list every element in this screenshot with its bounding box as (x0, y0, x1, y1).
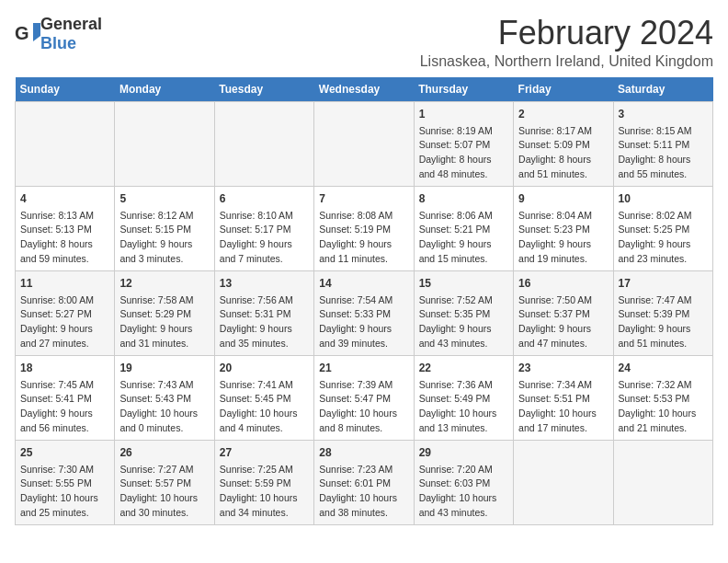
day-cell: 20Sunrise: 7:41 AMSunset: 5:45 PMDayligh… (214, 355, 313, 440)
col-header-friday: Friday (514, 77, 613, 102)
day-info: Sunset: 5:07 PM (419, 138, 508, 153)
col-header-tuesday: Tuesday (214, 77, 313, 102)
day-cell (16, 101, 115, 186)
day-cell: 17Sunrise: 7:47 AMSunset: 5:39 PMDayligh… (613, 270, 712, 355)
day-cell: 23Sunrise: 7:34 AMSunset: 5:51 PMDayligh… (514, 355, 613, 440)
day-info: Sunset: 5:49 PM (419, 392, 508, 407)
day-info: Daylight: 9 hours and 15 minutes. (419, 237, 508, 267)
day-number: 11 (20, 275, 109, 292)
day-number: 24 (619, 360, 708, 376)
day-info: Sunrise: 7:56 AM (220, 293, 309, 308)
day-cell (514, 440, 613, 524)
day-number: 3 (619, 106, 708, 122)
day-info: Sunrise: 8:06 AM (419, 209, 508, 224)
day-cell: 24Sunrise: 7:32 AMSunset: 5:53 PMDayligh… (613, 355, 712, 440)
day-info: Daylight: 9 hours and 27 minutes. (20, 322, 109, 351)
day-info: Sunset: 5:31 PM (220, 307, 309, 322)
day-number: 6 (220, 190, 309, 207)
day-info: Sunset: 5:21 PM (419, 223, 508, 237)
svg-marker-1 (33, 23, 40, 41)
day-cell: 13Sunrise: 7:56 AMSunset: 5:31 PMDayligh… (214, 270, 313, 355)
day-number: 28 (319, 444, 408, 461)
day-number: 15 (419, 275, 508, 292)
day-info: Daylight: 10 hours and 43 minutes. (419, 491, 508, 521)
day-info: Sunrise: 7:34 AM (518, 378, 608, 393)
day-info: Sunrise: 8:17 AM (518, 124, 608, 139)
day-number: 27 (220, 444, 309, 461)
day-number: 25 (20, 444, 109, 461)
day-number: 5 (119, 190, 209, 207)
day-cell: 16Sunrise: 7:50 AMSunset: 5:37 PMDayligh… (514, 270, 613, 355)
day-cell: 27Sunrise: 7:25 AMSunset: 5:59 PMDayligh… (214, 440, 313, 524)
day-cell: 14Sunrise: 7:54 AMSunset: 5:33 PMDayligh… (314, 270, 414, 355)
day-info: Sunrise: 7:23 AM (319, 463, 408, 477)
day-info: Sunrise: 8:12 AM (119, 209, 209, 224)
day-number: 14 (319, 275, 408, 292)
day-info: Sunrise: 8:10 AM (220, 209, 309, 224)
day-info: Daylight: 10 hours and 17 minutes. (518, 407, 608, 436)
day-info: Sunset: 5:23 PM (518, 223, 608, 237)
day-info: Sunset: 5:29 PM (119, 307, 209, 322)
location-title: Lisnaskea, Northern Ireland, United King… (420, 53, 713, 70)
day-info: Sunset: 5:43 PM (119, 392, 209, 407)
day-number: 13 (220, 275, 309, 292)
day-cell: 25Sunrise: 7:30 AMSunset: 5:55 PMDayligh… (16, 440, 115, 524)
day-cell: 7Sunrise: 8:08 AMSunset: 5:19 PMDaylight… (314, 186, 414, 270)
day-cell: 12Sunrise: 7:58 AMSunset: 5:29 PMDayligh… (115, 270, 214, 355)
day-number: 22 (419, 360, 508, 376)
day-info: Sunrise: 7:43 AM (119, 378, 209, 393)
day-info: Daylight: 10 hours and 0 minutes. (119, 407, 209, 436)
day-info: Sunset: 5:59 PM (220, 477, 309, 491)
header: G General Blue February 2024 Lisnaskea, … (15, 15, 713, 70)
day-info: Sunrise: 8:08 AM (319, 209, 408, 224)
day-cell: 2Sunrise: 8:17 AMSunset: 5:09 PMDaylight… (514, 101, 613, 186)
day-info: Daylight: 10 hours and 4 minutes. (220, 407, 309, 436)
day-number: 12 (119, 275, 209, 292)
day-cell: 19Sunrise: 7:43 AMSunset: 5:43 PMDayligh… (115, 355, 214, 440)
day-cell: 22Sunrise: 7:36 AMSunset: 5:49 PMDayligh… (414, 355, 513, 440)
day-info: Sunset: 5:39 PM (619, 307, 708, 322)
week-row-1: 1Sunrise: 8:19 AMSunset: 5:07 PMDaylight… (16, 101, 713, 186)
day-info: Sunrise: 7:25 AM (220, 463, 309, 477)
day-number: 17 (619, 275, 708, 292)
day-info: Sunrise: 7:32 AM (619, 378, 708, 393)
day-cell: 29Sunrise: 7:20 AMSunset: 6:03 PMDayligh… (414, 440, 513, 524)
logo-icon: G (15, 21, 40, 47)
day-info: Sunset: 6:03 PM (419, 477, 508, 491)
day-info: Sunrise: 8:15 AM (619, 124, 708, 139)
day-info: Sunrise: 7:45 AM (20, 378, 109, 393)
day-cell: 1Sunrise: 8:19 AMSunset: 5:07 PMDaylight… (414, 101, 513, 186)
day-cell: 11Sunrise: 8:00 AMSunset: 5:27 PMDayligh… (16, 270, 115, 355)
day-info: Sunrise: 7:54 AM (319, 293, 408, 308)
day-info: Daylight: 9 hours and 31 minutes. (119, 322, 209, 351)
title-area: February 2024 Lisnaskea, Northern Irelan… (420, 15, 713, 70)
day-info: Sunset: 5:09 PM (518, 138, 608, 153)
logo-blue: Blue (40, 34, 76, 52)
day-info: Sunset: 5:47 PM (319, 392, 408, 407)
header-row: SundayMondayTuesdayWednesdayThursdayFrid… (16, 77, 713, 102)
day-number: 16 (518, 275, 608, 292)
day-info: Sunrise: 7:39 AM (319, 378, 408, 393)
day-info: Sunrise: 7:50 AM (518, 293, 608, 308)
col-header-sunday: Sunday (16, 77, 115, 102)
day-info: Sunset: 5:53 PM (619, 392, 708, 407)
day-info: Sunrise: 7:36 AM (419, 378, 508, 393)
day-info: Daylight: 8 hours and 48 minutes. (419, 153, 508, 182)
day-info: Sunset: 5:19 PM (319, 223, 408, 237)
day-info: Daylight: 9 hours and 47 minutes. (518, 322, 608, 351)
day-info: Daylight: 10 hours and 30 minutes. (119, 491, 209, 521)
week-row-5: 25Sunrise: 7:30 AMSunset: 5:55 PMDayligh… (16, 440, 713, 524)
day-info: Sunrise: 7:41 AM (220, 378, 309, 393)
day-info: Sunset: 6:01 PM (319, 477, 408, 491)
day-number: 7 (319, 190, 408, 207)
day-number: 10 (619, 190, 708, 207)
week-row-2: 4Sunrise: 8:13 AMSunset: 5:13 PMDaylight… (16, 186, 713, 270)
day-info: Daylight: 8 hours and 55 minutes. (619, 153, 708, 182)
day-info: Sunset: 5:15 PM (119, 223, 209, 237)
day-number: 29 (419, 444, 508, 461)
month-title: February 2024 (420, 15, 713, 52)
day-number: 23 (518, 360, 608, 376)
day-cell: 18Sunrise: 7:45 AMSunset: 5:41 PMDayligh… (16, 355, 115, 440)
day-cell: 21Sunrise: 7:39 AMSunset: 5:47 PMDayligh… (314, 355, 414, 440)
day-number: 2 (518, 106, 608, 122)
